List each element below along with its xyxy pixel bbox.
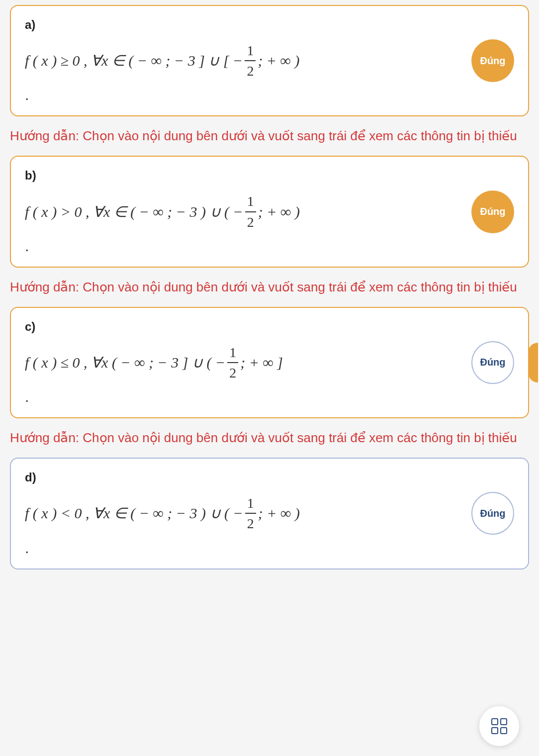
fraction-denominator: 2 (245, 514, 256, 533)
math-expression: f ( x ) < 0 , ∀x ∈ ( − ∞ ; − 3 ) ∪ ( − 1… (25, 493, 463, 533)
question-label: d) (25, 471, 463, 484)
swipe-edge-hint (528, 343, 538, 382)
hint-text: Hướng dẫn: Chọn vào nội dung bên dưới và… (10, 428, 529, 448)
question-box-d[interactable]: d) f ( x ) < 0 , ∀x ∈ ( − ∞ ; − 3 ) ∪ ( … (10, 458, 529, 569)
fraction: 1 2 (227, 343, 238, 382)
question-content: c) f ( x ) ≤ 0 , ∀x ( − ∞ ; − 3 ] ∪ ( − … (25, 320, 463, 405)
period-mark: . (25, 388, 463, 405)
question-content: a) f ( x ) ≥ 0 , ∀x ∈ ( − ∞ ; − 3 ] ∪ [ … (25, 18, 463, 103)
fraction-denominator: 2 (245, 212, 256, 232)
fraction-numerator: 1 (245, 493, 256, 514)
math-suffix: ; + ∞ ) (258, 201, 300, 222)
correct-badge[interactable]: Đúng (471, 190, 514, 233)
hint-text: Hướng dẫn: Chọn vào nội dung bên dưới và… (10, 278, 529, 297)
fraction: 1 2 (245, 41, 256, 81)
math-expression: f ( x ) ≤ 0 , ∀x ( − ∞ ; − 3 ] ∪ ( − 1 2… (25, 343, 463, 382)
math-suffix: ; + ∞ ) (258, 503, 300, 524)
math-expression: f ( x ) ≥ 0 , ∀x ∈ ( − ∞ ; − 3 ] ∪ [ − 1… (25, 41, 463, 81)
fraction: 1 2 (245, 493, 256, 533)
question-label: c) (25, 320, 463, 334)
question-box-c[interactable]: c) f ( x ) ≤ 0 , ∀x ( − ∞ ; − 3 ] ∪ ( − … (10, 307, 529, 418)
math-expression: f ( x ) > 0 , ∀x ∈ ( − ∞ ; − 3 ) ∪ ( − 1… (25, 191, 463, 231)
question-content: d) f ( x ) < 0 , ∀x ∈ ( − ∞ ; − 3 ) ∪ ( … (25, 471, 463, 556)
fraction: 1 2 (245, 191, 256, 231)
correct-badge-outlined[interactable]: Đúng (471, 492, 514, 535)
fraction-numerator: 1 (227, 343, 238, 363)
math-prefix: f ( x ) < 0 , ∀x ∈ ( − ∞ ; − 3 ) ∪ ( − (25, 503, 243, 524)
question-label: b) (25, 169, 463, 183)
fraction-denominator: 2 (245, 61, 256, 81)
math-suffix: ; + ∞ ] (240, 352, 283, 373)
correct-badge-outlined[interactable]: Đúng (471, 341, 514, 384)
period-mark: . (25, 540, 463, 557)
fraction-denominator: 2 (227, 363, 238, 382)
period-mark: . (25, 87, 463, 103)
hint-text: Hướng dẫn: Chọn vào nội dung bên dưới và… (10, 126, 529, 146)
question-box-a[interactable]: a) f ( x ) ≥ 0 , ∀x ∈ ( − ∞ ; − 3 ] ∪ [ … (10, 5, 529, 116)
fraction-numerator: 1 (245, 41, 256, 61)
question-content: b) f ( x ) > 0 , ∀x ∈ ( − ∞ ; − 3 ) ∪ ( … (25, 169, 463, 254)
question-box-b[interactable]: b) f ( x ) > 0 , ∀x ∈ ( − ∞ ; − 3 ) ∪ ( … (10, 156, 529, 267)
math-prefix: f ( x ) ≥ 0 , ∀x ∈ ( − ∞ ; − 3 ] ∪ [ − (25, 50, 243, 71)
question-label: a) (25, 18, 463, 32)
math-prefix: f ( x ) ≤ 0 , ∀x ( − ∞ ; − 3 ] ∪ ( − (25, 352, 225, 373)
fraction-numerator: 1 (245, 191, 256, 212)
math-prefix: f ( x ) > 0 , ∀x ∈ ( − ∞ ; − 3 ) ∪ ( − (25, 201, 243, 222)
period-mark: . (25, 238, 463, 255)
correct-badge[interactable]: Đúng (471, 39, 514, 82)
math-suffix: ; + ∞ ) (258, 50, 299, 71)
